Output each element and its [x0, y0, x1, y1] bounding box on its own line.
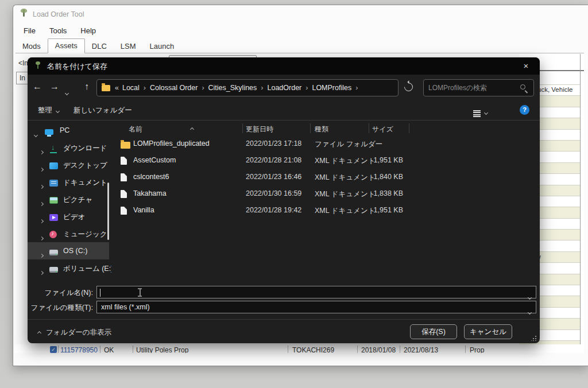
chevron-right-icon[interactable]: [40, 249, 43, 259]
recent-locations-button[interactable]: [65, 87, 68, 97]
chevron-right-icon[interactable]: [40, 146, 43, 156]
chevron-right-icon[interactable]: [40, 197, 43, 208]
sidebar-item-label: ドキュメント: [63, 178, 107, 188]
table-cell: TOKACHI269: [292, 346, 334, 353]
close-icon[interactable]: ×: [519, 60, 533, 72]
filename-label: ファイル名(N):: [28, 288, 93, 298]
sidebar-item-documents[interactable]: ドキュメント: [28, 173, 109, 191]
breadcrumb-separator: ›: [202, 84, 204, 92]
search-box[interactable]: [423, 79, 534, 96]
folder-icon: [102, 85, 110, 91]
menu-item-tools[interactable]: Tools: [44, 25, 72, 38]
pictures-icon: [49, 197, 58, 204]
sidebar-item-pc-monitor[interactable]: PC: [28, 122, 109, 139]
file-row[interactable]: LOMProfiles_duplicated2022/01/23 17:18ファ…: [113, 135, 537, 152]
file-name: Vanilla: [133, 206, 154, 214]
file-name: AssetCustom: [133, 156, 176, 164]
sidebar-item-desktop[interactable]: デスクトップ: [28, 156, 109, 173]
organize-button[interactable]: 整理: [38, 106, 59, 115]
file-date: 2022/01/30 16:59: [246, 189, 301, 197]
breadcrumb-segment[interactable]: Local: [122, 84, 140, 92]
breadcrumb-segment[interactable]: LOMProfiles: [312, 84, 351, 92]
dialog-titlebar[interactable]: 名前を付けて保存 ×: [28, 57, 540, 75]
sidebar-item-video[interactable]: ビデオ: [28, 208, 109, 225]
sidebar-item-drive[interactable]: OS (C:): [28, 242, 109, 259]
sidebar-scrollbar[interactable]: [107, 183, 109, 240]
chevron-down-icon[interactable]: [528, 306, 531, 316]
sidebar-item-download[interactable]: ダウンロード: [28, 139, 109, 156]
dialog-title: 名前を付けて保存: [47, 61, 107, 72]
file-row[interactable]: Takahama2022/01/30 16:59XML ドキュメント1,838 …: [113, 185, 537, 202]
column-header-name[interactable]: 名前: [129, 125, 142, 134]
column-header-size[interactable]: サイズ: [372, 125, 393, 134]
filename-input[interactable]: [99, 287, 501, 297]
file-date: 2022/01/28 21:08: [246, 156, 301, 164]
view-mode-button[interactable]: [473, 106, 490, 115]
filetype-select[interactable]: xml files (*.xml): [96, 301, 536, 313]
file-icon: [121, 207, 127, 217]
back-button[interactable]: ←: [31, 82, 44, 92]
chevron-right-icon[interactable]: [40, 180, 43, 191]
file-icon: [121, 190, 127, 200]
cell-separator: [400, 346, 400, 353]
filetype-row: ファイルの種類(T): xml files (*.xml): [28, 301, 540, 315]
tab-mods[interactable]: Mods: [16, 40, 48, 53]
dialog-toolbar: 整理 新しいフォルダー ?: [28, 101, 540, 121]
chevron-right-icon[interactable]: [40, 266, 43, 277]
file-list: 名前 更新日時 種類 サイズ LOMProfiles_duplicated202…: [113, 122, 537, 284]
file-row[interactable]: cslcontest62022/01/23 16:46XML ドキュメント1,8…: [113, 169, 537, 185]
file-row[interactable]: Vanilla2022/01/28 19:42XML ドキュメント1,951 K…: [113, 202, 537, 219]
file-size: 1,951 KB: [358, 156, 403, 164]
table-cell: Prop: [470, 346, 484, 353]
file-date: 2022/01/23 17:18: [246, 139, 301, 148]
chevron-down-icon[interactable]: [528, 291, 531, 301]
sidebar-item-pictures[interactable]: ピクチャ: [28, 191, 109, 208]
asset-id-link[interactable]: 1115778950: [60, 346, 98, 353]
chevron-down-icon[interactable]: [34, 129, 37, 139]
sidebar-item-label: ピクチャ: [63, 195, 92, 205]
sidebar-item-music[interactable]: ミュージック: [28, 225, 109, 242]
save-button[interactable]: 保存(S): [410, 324, 457, 339]
row-checkbox[interactable]: ✓: [50, 346, 57, 353]
drive-icon: [49, 250, 58, 255]
chevron-right-icon[interactable]: [40, 163, 43, 173]
file-icon: [121, 173, 127, 184]
file-size: 1,838 KB: [358, 189, 403, 197]
resize-grip[interactable]: [531, 336, 536, 341]
breadcrumb-overflow[interactable]: «: [115, 84, 119, 92]
breadcrumb-segment[interactable]: Colossal Order: [150, 84, 198, 92]
file-type: ファイル フォルダー: [315, 139, 382, 149]
help-icon[interactable]: ?: [520, 105, 529, 115]
chevron-right-icon[interactable]: [40, 215, 43, 225]
menu-item-help[interactable]: Help: [75, 25, 102, 38]
file-row[interactable]: AssetCustom2022/01/28 21:08XML ドキュメント1,9…: [113, 152, 537, 169]
up-button[interactable]: ↑: [80, 82, 93, 92]
filename-field[interactable]: [96, 286, 536, 298]
desktop-icon: [49, 162, 58, 169]
refresh-icon[interactable]: [403, 81, 415, 93]
breadcrumb-segment[interactable]: LoadOrder: [268, 84, 302, 92]
cancel-button[interactable]: キャンセル: [464, 324, 512, 339]
forward-button[interactable]: →: [48, 82, 61, 92]
tab-assets[interactable]: Assets: [48, 38, 85, 53]
cell-separator: [288, 346, 288, 353]
app-icon: [20, 9, 28, 18]
chevron-right-icon[interactable]: [40, 232, 43, 242]
breadcrumb-segment[interactable]: Cities_Skylines: [208, 84, 257, 92]
chevron-down-icon: [65, 91, 69, 95]
sidebar-item-drive[interactable]: ボリューム (E:): [28, 259, 109, 277]
filename-row: ファイル名(N):: [28, 286, 540, 300]
column-header-type[interactable]: 種類: [315, 125, 328, 134]
new-folder-button[interactable]: 新しいフォルダー: [74, 106, 132, 115]
search-input[interactable]: [428, 82, 514, 94]
breadcrumb-separator: ›: [305, 84, 308, 92]
tab-dlc[interactable]: DLC: [85, 40, 114, 53]
hide-folders-button[interactable]: フォルダーの非表示: [38, 328, 111, 337]
assets-table-bottom-row[interactable]: ✓ 1115778950OKUtility Poles PropTOKACHI2…: [14, 344, 584, 353]
tab-lsm[interactable]: LSM: [114, 40, 143, 53]
tab-launch[interactable]: Launch: [143, 40, 181, 53]
address-bar[interactable]: « Local›Colossal Order›Cities_Skylines›L…: [96, 79, 399, 96]
dialog-footer: フォルダーの非表示 保存(S) キャンセル: [28, 319, 540, 343]
menu-item-file[interactable]: File: [18, 25, 41, 38]
column-header-date[interactable]: 更新日時: [246, 125, 273, 134]
